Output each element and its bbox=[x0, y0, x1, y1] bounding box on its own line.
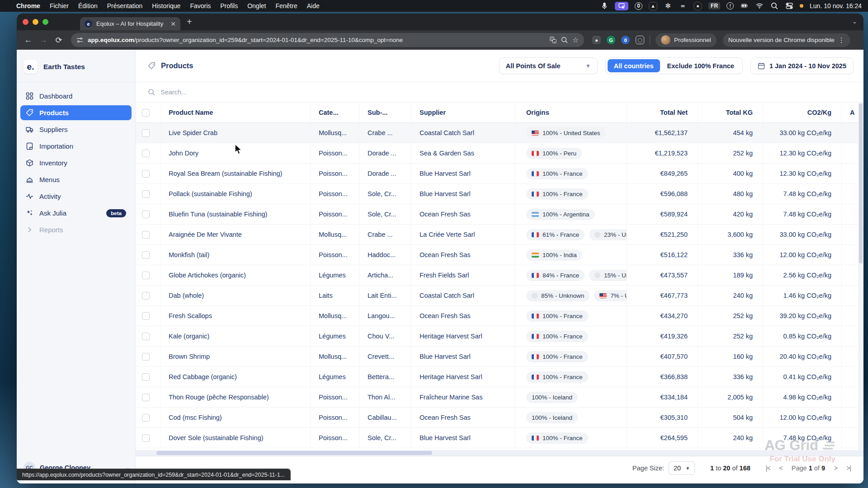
battery-icon[interactable] bbox=[740, 2, 749, 10]
row-select-cell[interactable] bbox=[136, 408, 160, 427]
row-checkbox[interactable] bbox=[142, 292, 150, 300]
column-header-sub-[interactable]: Sub-... bbox=[359, 103, 411, 122]
sidebar-item-dashboard[interactable]: Dashboard bbox=[20, 89, 132, 103]
microphone-icon[interactable] bbox=[600, 2, 609, 10]
next-page-button[interactable]: > bbox=[834, 465, 837, 472]
tab-search-icon[interactable]: ⌄ bbox=[852, 18, 857, 25]
select-all-checkbox[interactable] bbox=[142, 109, 150, 117]
menubar-item-fenêtre[interactable]: Fenêtre bbox=[275, 2, 297, 9]
horizontal-scrollbar[interactable] bbox=[136, 450, 863, 456]
table-row[interactable]: Pollack (sustainable Fishing)Poisson...S… bbox=[136, 184, 863, 204]
column-header-product-name[interactable]: Product Name bbox=[160, 103, 311, 122]
one-password-extension-icon[interactable]: 0 bbox=[621, 36, 630, 44]
menubar-item-profils[interactable]: Profils bbox=[220, 2, 238, 9]
row-select-cell[interactable] bbox=[136, 204, 160, 224]
menubar-item-favoris[interactable]: Favoris bbox=[190, 2, 211, 9]
sidebar-item-ask-julia[interactable]: Ask Juliabeta bbox=[20, 206, 132, 221]
row-checkbox[interactable] bbox=[142, 414, 150, 422]
row-select-cell[interactable] bbox=[136, 347, 160, 366]
date-range-picker[interactable]: 1 Jan 2024 - 10 Nov 2025 bbox=[750, 57, 854, 74]
row-select-cell[interactable] bbox=[136, 387, 160, 407]
site-settings-icon[interactable] bbox=[76, 37, 83, 43]
menubar-item-chrome[interactable]: Chrome bbox=[16, 2, 40, 9]
sidebar-item-inventory[interactable]: Inventory bbox=[20, 155, 132, 170]
sync-status-icon[interactable]: ! bbox=[726, 2, 734, 9]
ghost-app-icon[interactable]: ● bbox=[693, 2, 702, 10]
row-checkbox[interactable] bbox=[142, 251, 150, 259]
row-select-cell[interactable] bbox=[136, 428, 160, 448]
close-window-button[interactable] bbox=[23, 19, 28, 25]
row-select-cell[interactable] bbox=[136, 286, 160, 305]
row-select-cell[interactable] bbox=[136, 265, 160, 285]
table-row[interactable]: Dover Sole (sustainable Fishing)Poisson.… bbox=[136, 428, 863, 448]
extensions-puzzle-icon[interactable]: ▢ bbox=[636, 36, 644, 44]
browser-tab[interactable]: e Eqolux – AI for Hospitality ✕ bbox=[80, 17, 180, 30]
row-checkbox[interactable] bbox=[142, 333, 150, 340]
column-header-cate-[interactable]: Cate... bbox=[311, 103, 359, 122]
column-header-total-net[interactable]: Total Net bbox=[627, 103, 698, 122]
row-select-cell[interactable] bbox=[136, 123, 160, 143]
row-select-cell[interactable] bbox=[136, 143, 160, 163]
row-checkbox[interactable] bbox=[142, 373, 150, 381]
minimize-window-button[interactable] bbox=[33, 19, 38, 25]
row-select-cell[interactable] bbox=[136, 326, 160, 346]
menubar-item-présentation[interactable]: Présentation bbox=[107, 2, 143, 9]
table-row[interactable]: Royal Sea Bream (sustainable Fishing)Poi… bbox=[136, 164, 863, 184]
table-row[interactable]: Fresh ScallopsMollusq...Langou...Ocean F… bbox=[136, 306, 863, 326]
zoom-window-button[interactable] bbox=[42, 19, 48, 25]
row-checkbox[interactable] bbox=[142, 272, 150, 279]
tab-close-icon[interactable]: ✕ bbox=[170, 20, 176, 28]
column-header-supplier[interactable]: Supplier bbox=[411, 103, 515, 122]
row-select-cell[interactable] bbox=[136, 306, 160, 326]
wifi-icon[interactable] bbox=[755, 2, 764, 10]
row-checkbox[interactable] bbox=[142, 150, 150, 157]
first-page-button[interactable]: |< bbox=[766, 465, 770, 472]
address-bar[interactable]: app.eqolux.com/products?owner_organizati… bbox=[71, 33, 584, 47]
row-select-cell[interactable] bbox=[136, 184, 160, 204]
table-row[interactable]: Bluefin Tuna (sustainable Fishing)Poisso… bbox=[136, 204, 863, 225]
row-checkbox[interactable] bbox=[142, 211, 150, 218]
table-row[interactable]: Cod (msc Fishing)Poisson...Cabillau...Oc… bbox=[136, 408, 863, 428]
table-row[interactable]: Monkfish (tail)Poisson...Haddoc...Ocean … bbox=[136, 245, 863, 265]
row-checkbox[interactable] bbox=[142, 434, 150, 442]
column-header-origins[interactable]: Origins bbox=[515, 103, 627, 122]
row-select-cell[interactable] bbox=[136, 367, 160, 387]
previous-page-button[interactable]: < bbox=[779, 465, 783, 472]
table-row[interactable]: Araignée De Mer VivanteMollusq...Crabe .… bbox=[136, 225, 863, 245]
loom-extension-icon[interactable]: ● bbox=[592, 36, 601, 44]
table-row[interactable]: Live Spider CrabMollusq...Crabe ...Coast… bbox=[136, 123, 863, 143]
menubar-clock[interactable]: Lun. 10 nov. 16:24 bbox=[810, 2, 862, 9]
country-filter-option-0[interactable]: All countries bbox=[608, 59, 660, 72]
table-row[interactable]: Brown ShrimpMollusq...Crevett...Blue Har… bbox=[136, 347, 863, 367]
grammarly-extension-icon[interactable]: G bbox=[607, 36, 615, 44]
control-center-icon[interactable] bbox=[785, 2, 793, 10]
sidebar-item-products[interactable]: Products bbox=[20, 105, 132, 120]
table-row[interactable]: Red Cabbage (organic)LégumesBettera...He… bbox=[136, 367, 863, 387]
country-filter-option-1[interactable]: Exclude 100% France bbox=[661, 59, 741, 72]
zoom-page-icon[interactable] bbox=[561, 37, 568, 43]
forward-button[interactable]: → bbox=[37, 33, 50, 47]
sidebar-item-reports[interactable]: Reports bbox=[20, 222, 132, 237]
header-select-all[interactable] bbox=[136, 103, 160, 122]
input-source-fr[interactable]: FR bbox=[708, 2, 720, 9]
sidebar-item-suppliers[interactable]: Suppliers bbox=[20, 122, 132, 137]
chrome-update-button[interactable]: Nouvelle version de Chrome disponible ⋮ bbox=[723, 33, 850, 47]
menubar-item-aide[interactable]: Aide bbox=[307, 2, 320, 9]
menubar-item-historique[interactable]: Historique bbox=[152, 2, 180, 9]
row-checkbox[interactable] bbox=[142, 190, 150, 198]
vertical-scrollbar[interactable] bbox=[858, 103, 863, 450]
row-select-cell[interactable] bbox=[136, 225, 160, 244]
row-checkbox[interactable] bbox=[142, 129, 150, 137]
column-header-co2-kg[interactable]: CO2/Kg bbox=[763, 103, 842, 122]
table-row[interactable]: Thon Rouge (pêche Responsable)Poisson...… bbox=[136, 387, 863, 408]
menubar-item-fichier[interactable]: Fichier bbox=[50, 2, 69, 9]
points-of-sale-dropdown[interactable]: All Points Of Sale▼ bbox=[499, 57, 598, 74]
adobe-cc-icon[interactable]: ∞ bbox=[679, 2, 687, 10]
row-checkbox[interactable] bbox=[142, 231, 150, 239]
new-tab-button[interactable]: + bbox=[187, 17, 192, 27]
one-password-menu-icon[interactable]: 0 bbox=[635, 2, 642, 10]
table-row[interactable]: Kale (organic)LégumesChou V...Heritage H… bbox=[136, 326, 863, 347]
screen-sharing-icon[interactable] bbox=[615, 2, 628, 10]
reload-button[interactable]: ⟳ bbox=[52, 33, 66, 47]
sidebar-item-menus[interactable]: Menus bbox=[20, 172, 132, 187]
